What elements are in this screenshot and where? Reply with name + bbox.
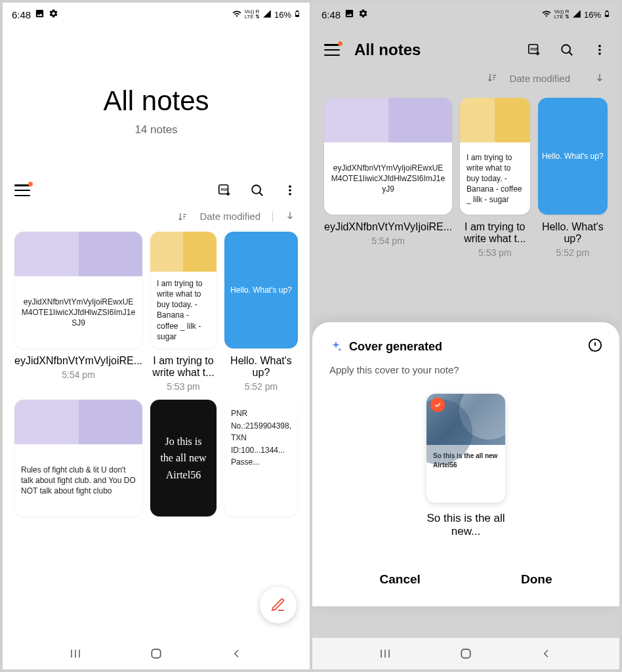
sort-direction-button[interactable] xyxy=(285,210,295,222)
sort-direction-button[interactable] xyxy=(594,72,605,85)
compose-fab[interactable] xyxy=(260,587,297,623)
menu-button[interactable] xyxy=(324,44,340,56)
note-card[interactable]: Hello. What's up? Hello. What's up? 5:52… xyxy=(224,232,298,392)
svg-point-6 xyxy=(289,185,291,188)
sort-icon[interactable] xyxy=(177,211,188,222)
sheet-actions: Cancel Done xyxy=(329,566,602,593)
lte-icon: Vo)) RLTE ⇅ xyxy=(554,9,570,20)
note-card[interactable]: PNR No.:2159904398, TXN ID:100...1344...… xyxy=(224,400,298,516)
svg-rect-2 xyxy=(297,10,299,11)
nav-home[interactable] xyxy=(458,646,474,662)
svg-point-18 xyxy=(598,52,601,55)
sort-bar: Date modified xyxy=(3,205,310,232)
svg-rect-1 xyxy=(296,15,299,16)
preview-title: So this is the all new... xyxy=(420,512,512,538)
sort-label[interactable]: Date modified xyxy=(199,211,260,222)
sheet-title: Cover generated xyxy=(349,340,442,354)
nav-bar xyxy=(312,638,619,669)
signal-icon xyxy=(572,9,581,20)
image-icon xyxy=(344,9,354,20)
notes-grid: eyJidXNfbnVtYmVyIjoiREwxUEM4OTE1IiwicXJf… xyxy=(312,94,619,258)
sort-bar: Date modified xyxy=(312,67,619,94)
battery-icon xyxy=(604,9,610,21)
search-button[interactable] xyxy=(559,42,575,58)
status-time: 6:48 xyxy=(321,9,341,20)
note-card[interactable]: eyJidXNfbnVtYmVyIjoiREwxUEM4OTE1IiwicXJf… xyxy=(324,98,452,258)
cover-generated-sheet: Cover generated Apply this cover to your… xyxy=(312,322,619,606)
search-button[interactable] xyxy=(249,182,265,198)
page-title: All notes xyxy=(3,85,310,117)
status-bar: 6:48 Vo)) RLTE ⇅ 16% xyxy=(312,3,619,26)
nav-back[interactable] xyxy=(229,646,245,662)
notes-grid: eyJidXNfbnVtYmVyIjoiREwxUEM4OTE1IiwicXJf… xyxy=(3,232,310,516)
done-button[interactable]: Done xyxy=(501,566,572,593)
page-subtitle: 14 notes xyxy=(3,123,310,136)
sort-icon[interactable] xyxy=(487,72,497,85)
nav-recents[interactable] xyxy=(377,646,393,662)
nav-bar xyxy=(3,638,310,669)
battery-icon xyxy=(294,9,301,21)
selected-check-icon xyxy=(430,398,445,412)
divider xyxy=(582,74,583,84)
pdf-export-button[interactable]: PDF xyxy=(217,182,232,198)
more-button[interactable] xyxy=(282,182,298,198)
divider xyxy=(272,211,273,222)
svg-text:PDF: PDF xyxy=(531,47,539,51)
wifi-icon xyxy=(232,9,242,20)
battery-percent: 16% xyxy=(274,10,291,20)
sparkle-icon xyxy=(329,340,342,353)
note-card[interactable]: Hello. What's up? Hello. What's up? 5:52… xyxy=(538,98,608,258)
note-card[interactable]: Rules of fight club & lit U don't talk a… xyxy=(14,400,142,516)
cancel-button[interactable]: Cancel xyxy=(360,566,440,593)
svg-point-15 xyxy=(562,45,570,53)
svg-point-7 xyxy=(289,189,291,192)
status-bar: 6:48 Vo)) RLTE ⇅ 16% xyxy=(3,3,310,26)
notification-dot xyxy=(338,41,342,46)
battery-percent: 16% xyxy=(584,10,601,20)
svg-point-5 xyxy=(252,185,260,194)
menu-button[interactable] xyxy=(14,184,30,196)
more-button[interactable] xyxy=(592,42,608,58)
sort-label[interactable]: Date modified xyxy=(509,73,570,84)
header-large: All notes 14 notes xyxy=(3,26,310,176)
wifi-icon xyxy=(541,9,552,20)
screen-left: 6:48 Vo)) RLTE ⇅ 16% All notes 14 notes xyxy=(3,3,310,669)
status-time: 6:48 xyxy=(12,9,31,20)
toolbar-title: All notes xyxy=(354,41,421,59)
nav-recents[interactable] xyxy=(68,646,83,662)
signal-icon xyxy=(262,9,272,20)
sheet-preview: So this is the all new Airtel56 So this … xyxy=(329,394,602,538)
svg-point-17 xyxy=(598,49,601,51)
svg-text:PDF: PDF xyxy=(221,188,229,192)
note-card[interactable]: Jo this is the all new Airtel56 xyxy=(150,400,217,516)
note-card[interactable]: I am trying to write what to buy today. … xyxy=(460,98,529,258)
toolbar: PDF xyxy=(3,176,310,205)
nav-home[interactable] xyxy=(148,646,164,662)
svg-point-16 xyxy=(598,45,601,47)
pdf-export-button[interactable]: PDF xyxy=(526,42,542,58)
preview-card[interactable]: So this is the all new Airtel56 xyxy=(426,394,505,503)
svg-rect-11 xyxy=(606,15,609,16)
note-card[interactable]: eyJidXNfbnVtYmVyIjoiREwxUEM4OTE1IiwicXJf… xyxy=(14,232,142,392)
sheet-subtitle: Apply this cover to your note? xyxy=(329,364,602,375)
svg-rect-12 xyxy=(606,10,608,11)
note-card[interactable]: I am trying to write what to buy today. … xyxy=(150,232,217,392)
notification-dot xyxy=(28,182,33,186)
screen-right: 6:48 Vo)) RLTE ⇅ 16% All notes PDF xyxy=(312,3,619,669)
gear-icon xyxy=(49,9,58,20)
image-icon xyxy=(35,9,45,20)
svg-point-8 xyxy=(289,193,291,196)
lte-icon: Vo)) RLTE ⇅ xyxy=(245,9,260,20)
info-icon[interactable] xyxy=(588,338,602,355)
gear-icon xyxy=(358,9,368,20)
svg-rect-9 xyxy=(152,649,160,658)
svg-rect-20 xyxy=(461,649,470,658)
toolbar: All notes PDF xyxy=(312,26,619,67)
nav-back[interactable] xyxy=(539,646,554,662)
